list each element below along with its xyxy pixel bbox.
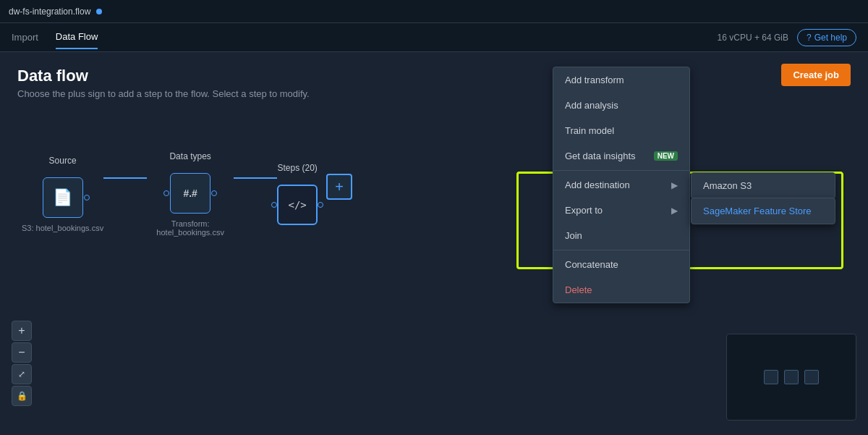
tab-data-flow[interactable]: Data Flow [56,25,98,49]
destination-submenu: Amazon S3 [691,172,835,199]
datatypes-node[interactable]: #.# [170,173,210,214]
menu-item-concatenate[interactable]: Concatenate [553,252,689,277]
add-step-button[interactable]: + [326,174,352,200]
page-subtitle: Choose the plus sign to add a step to th… [17,88,851,99]
mini-map-node-2 [784,370,799,384]
menu-item-train-model[interactable]: Train model [553,118,689,143]
source-node[interactable]: 📄 [43,177,83,218]
menu-item-add-analysis[interactable]: Add analysis [553,93,689,118]
page-header: Data flow Choose the plus sign to add a … [0,52,868,108]
title-bar: dw-fs-integration.flow [0,0,868,23]
submenu-sagemaker-feature-store[interactable]: SageMaker Feature Store [692,198,835,224]
source-icon: 📄 [53,188,72,207]
mini-map [726,334,856,421]
datatypes-icon: #.# [183,187,197,199]
steps-node-group: Steps (20) </> [277,163,318,225]
unsaved-indicator [96,9,102,14]
flow-nodes: Source 📄 S3: hotel_bookings.csv Data typ… [22,151,352,237]
top-nav: Import Data Flow 16 vCPU + 64 GiB ? Get … [0,23,868,52]
menu-item-join[interactable]: Join [553,223,689,248]
steps-connector-right [318,202,323,208]
connector-line-1 [103,177,147,179]
mini-map-node-3 [804,370,819,384]
main-content: Data flow Choose the plus sign to add a … [0,52,868,435]
get-help-button[interactable]: ? Get help [797,29,856,46]
zoom-controls: + − ⤢ 🔒 [12,321,32,406]
datatypes-connector-right [211,190,217,196]
datatypes-connector-left [163,190,169,196]
datatypes-label: Data types [169,151,210,161]
source-node-group: Source 📄 S3: hotel_bookings.csv [22,156,103,232]
source-connector-right [84,195,90,200]
menu-divider-2 [553,250,689,250]
chevron-right-export: ▶ [671,206,678,216]
datatypes-sublabel: Transform: hotel_bookings.csv [147,219,234,237]
help-icon: ? [807,33,812,43]
steps-connector-left [271,202,277,208]
menu-item-get-data-insights[interactable]: Get data insights NEW [553,143,689,169]
export-submenu: SageMaker Feature Store [691,198,835,224]
menu-item-add-transform[interactable]: Add transform [553,67,689,93]
menu-item-add-destination[interactable]: Add destination ▶ Amazon S3 [553,172,689,198]
datatypes-node-group: Data types #.# Transform: hotel_bookings… [147,151,234,237]
fit-button[interactable]: ⤢ [12,364,32,384]
resource-info: 16 vCPU + 64 GiB [718,33,788,43]
chevron-right-destination: ▶ [671,180,678,190]
source-label: Source [49,156,77,166]
page-title: Data flow [17,67,851,85]
zoom-in-button[interactable]: + [12,321,32,341]
steps-node[interactable]: </> [277,185,318,225]
menu-item-export-to[interactable]: Export to ▶ SageMaker Feature Store [553,198,689,223]
new-badge: NEW [654,151,678,161]
source-sublabel: S3: hotel_bookings.csv [22,224,103,232]
tab-import[interactable]: Import [12,26,38,48]
create-job-button[interactable]: Create job [781,64,851,86]
canvas-area: Data flow Choose the plus sign to add a … [0,52,868,435]
menu-divider-1 [553,170,689,171]
submenu-amazon-s3[interactable]: Amazon S3 [692,173,835,198]
menu-item-delete[interactable]: Delete [553,277,689,303]
steps-label: Steps (20) [277,163,317,173]
connector-line-2 [234,177,277,179]
steps-icon: </> [288,199,306,211]
mini-map-node-1 [764,370,778,384]
zoom-out-button[interactable]: − [12,342,32,363]
nav-right: 16 vCPU + 64 GiB ? Get help [718,29,856,46]
context-menu: Add transform Add analysis Train model G… [553,67,690,303]
mini-map-inner [727,334,856,420]
filename-label: dw-fs-integration.flow [9,7,90,17]
lock-button[interactable]: 🔒 [12,386,32,406]
